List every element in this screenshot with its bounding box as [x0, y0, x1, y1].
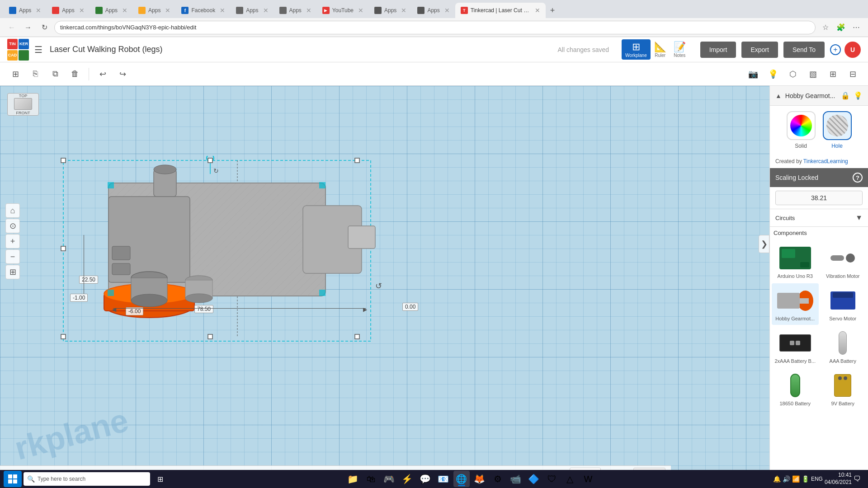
view-cube[interactable]: TOP FRONT [7, 93, 43, 129]
import-button[interactable]: Import [700, 42, 736, 58]
component-2xaaa-battery[interactable]: 2xAAA Battery B... [772, 326, 819, 367]
new-shape-button[interactable]: ⊞ [7, 66, 24, 82]
notification-center-icon[interactable]: 🗨 [854, 475, 861, 483]
taskbar-word[interactable]: W [580, 471, 596, 487]
group-button[interactable]: ▧ [805, 66, 821, 82]
forward-button[interactable]: → [22, 21, 34, 34]
taskbar-search[interactable]: 🔍 Type here to search [24, 472, 150, 486]
network-icon[interactable]: 📶 [792, 475, 800, 483]
taskbar-arduino[interactable]: ⚙ [490, 471, 506, 487]
tab-close-icon[interactable]: ✕ [122, 7, 127, 14]
bookmark-icon[interactable]: ☆ [819, 21, 832, 34]
menu-icon[interactable]: ☰ [34, 44, 42, 55]
refresh-button[interactable]: ↻ [38, 21, 51, 34]
view-mode-button[interactable]: ⊞ [5, 265, 20, 279]
redo-button[interactable]: ↪ [114, 66, 131, 82]
tab-tinkercad[interactable]: T Tinkercad | Laser Cut Walking Robot (l… [455, 3, 546, 18]
component-hobby-gearmot[interactable]: Hobby Gearmot... [772, 283, 819, 325]
mirror-button[interactable]: ⊟ [844, 66, 861, 82]
solid-option[interactable]: Solid [787, 111, 816, 149]
viewport[interactable]: rkplane TOP FRONT ⌂ ⊙ + − ⊞ [0, 86, 769, 480]
tab-close-icon[interactable]: ✕ [401, 7, 406, 14]
component-arduino-uno[interactable]: Arduino Uno R3 [772, 241, 819, 282]
align-button[interactable]: ⊞ [825, 66, 841, 82]
rotate-handle[interactable]: ↺ [375, 281, 382, 291]
z-dimension-input[interactable] [775, 191, 863, 205]
taskbar-explorer[interactable]: 📁 [345, 471, 361, 487]
workplane-button[interactable]: ⊞ Workplane [622, 39, 651, 60]
export-button[interactable]: Export [741, 42, 778, 58]
undo-button[interactable]: ↩ [94, 66, 111, 82]
tab-close-icon[interactable]: ✕ [36, 7, 41, 14]
add-user-icon[interactable]: + [830, 44, 841, 55]
component-servo-motor[interactable]: Servo Motor [820, 283, 867, 325]
tab-close-icon[interactable]: ✕ [358, 7, 363, 14]
notes-button[interactable]: 📝 Notes [670, 39, 689, 60]
collapse-icon[interactable]: ▲ [775, 92, 782, 99]
start-button[interactable] [4, 471, 22, 487]
tab-facebook[interactable]: f Facebook ✕ [176, 3, 231, 18]
component-vibration-motor[interactable]: Vibration Motor [820, 241, 867, 282]
home-zoom-button[interactable]: ⌂ [5, 203, 20, 218]
lock-icon[interactable]: 🔒 [841, 91, 850, 100]
taskbar-app4[interactable]: 🛡 [544, 471, 560, 487]
shape-button[interactable]: ⬡ [785, 66, 801, 82]
taskbar-steam[interactable]: 🎮 [381, 471, 397, 487]
extension-icon[interactable]: 🧩 [835, 21, 847, 34]
light-button[interactable]: 💡 [765, 66, 781, 82]
svg-rect-5 [355, 158, 359, 163]
tab-apps-2[interactable]: Apps ✕ [47, 3, 90, 18]
fit-zoom-button[interactable]: ⊙ [5, 219, 20, 233]
taskbar-app2[interactable]: 📧 [435, 471, 452, 487]
creator-link[interactable]: TinkercadLearning [803, 158, 848, 164]
zoom-in-button[interactable]: + [5, 234, 20, 249]
tab-apps-3[interactable]: Apps ✕ [90, 3, 133, 18]
delete-button[interactable]: 🗑 [67, 66, 83, 82]
tab-close-icon[interactable]: ✕ [263, 7, 269, 14]
tab-apps-6[interactable]: Apps ✕ [274, 3, 317, 18]
user-avatar[interactable]: U [844, 42, 861, 58]
battery-icon[interactable]: 🔋 [802, 475, 809, 483]
component-18650-battery[interactable]: 18650 Battery [772, 368, 819, 410]
tab-close-icon[interactable]: ✕ [535, 7, 540, 14]
tab-youtube[interactable]: ▶ YouTube ✕ [317, 3, 369, 18]
taskbar-app1[interactable]: ⚡ [399, 471, 415, 487]
taskbar-chrome[interactable]: 🌐 [453, 471, 470, 487]
taskbar-zoom[interactable]: 📹 [508, 471, 524, 487]
tab-apps-8[interactable]: Apps ✕ [412, 3, 455, 18]
taskbar-app5[interactable]: △ [562, 471, 578, 487]
volume-icon[interactable]: 🔊 [783, 475, 790, 483]
tab-close-icon[interactable]: ✕ [79, 7, 85, 14]
address-bar[interactable]: tinkercad.com/things/boVNGaqN3Y8-epic-ha… [54, 21, 816, 34]
taskbar-app3[interactable]: 🦊 [472, 471, 488, 487]
tab-apps-5[interactable]: Apps ✕ [231, 3, 274, 18]
taskbar-edge[interactable]: 🔷 [526, 471, 542, 487]
send-to-button[interactable]: Send To [783, 42, 825, 58]
circuits-expand-icon[interactable]: ▼ [855, 214, 863, 222]
component-aaa-battery[interactable]: AAA Battery [820, 326, 867, 367]
taskbar-discord[interactable]: 💬 [417, 471, 434, 487]
scroll-right-arrow[interactable]: ❯ [759, 235, 769, 253]
tab-new[interactable]: + [546, 3, 560, 18]
back-button[interactable]: ← [5, 21, 18, 34]
tab-close-icon[interactable]: ✕ [165, 7, 170, 14]
tab-apps-1[interactable]: Apps ✕ [4, 3, 47, 18]
scaling-help-icon[interactable]: ? [853, 173, 863, 183]
component-9v-battery[interactable]: 9V Battery [820, 368, 867, 410]
taskbar-store[interactable]: 🛍 [363, 471, 379, 487]
task-view-button[interactable]: ⊞ [152, 471, 168, 487]
notification-icon[interactable]: 🔔 [773, 475, 781, 483]
ruler-button[interactable]: 📐 Ruler [651, 39, 670, 60]
tab-apps-7[interactable]: Apps ✕ [369, 3, 412, 18]
tab-close-icon[interactable]: ✕ [220, 7, 225, 14]
settings-icon[interactable]: ⋯ [850, 21, 863, 34]
copy-button[interactable]: ⎘ [27, 66, 43, 82]
duplicate-button[interactable]: ⧉ [47, 66, 63, 82]
hole-option[interactable]: Hole [823, 111, 852, 149]
camera-button[interactable]: 📷 [745, 66, 761, 82]
zoom-out-button[interactable]: − [5, 249, 20, 264]
tab-close-icon[interactable]: ✕ [444, 7, 450, 14]
tab-apps-4[interactable]: Apps ✕ [133, 3, 176, 18]
tab-close-icon[interactable]: ✕ [306, 7, 311, 14]
lightbulb-icon[interactable]: 💡 [854, 91, 863, 100]
